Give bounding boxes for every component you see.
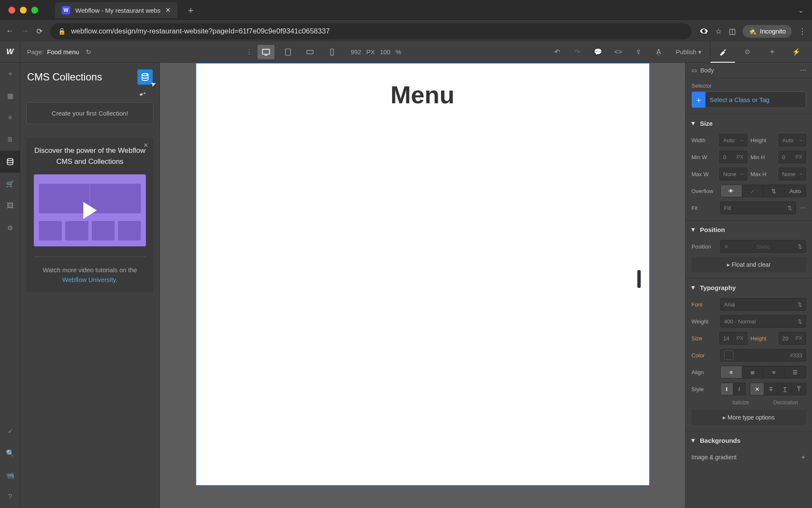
reload-button[interactable]: ⟳: [36, 27, 43, 36]
canvas-page[interactable]: Menu: [195, 63, 650, 486]
mobile-landscape-breakpoint[interactable]: [302, 45, 318, 59]
selector-input[interactable]: ＋ Select a Class or Tag: [691, 91, 806, 108]
back-button[interactable]: ←: [6, 27, 14, 36]
width-input[interactable]: Auto–: [719, 134, 747, 146]
pages-button[interactable]: ≡: [0, 107, 20, 129]
selector-plus-icon[interactable]: ＋: [692, 92, 705, 108]
minh-input[interactable]: 0PX: [779, 151, 807, 163]
promo-close-button[interactable]: ✕: [143, 142, 148, 149]
address-bar[interactable]: 🔒 webflow.com/design/my-restaurant-websi…: [50, 23, 691, 39]
incognito-eye-icon[interactable]: 👁️‍🗨️: [699, 27, 708, 36]
navigator-button[interactable]: ▦: [0, 85, 20, 107]
italic-on-icon[interactable]: I: [733, 383, 746, 395]
float-clear-toggle[interactable]: Float and clear: [691, 257, 806, 272]
align-right-icon[interactable]: ≡: [763, 366, 785, 378]
video-button[interactable]: 📹: [0, 464, 20, 486]
decoration-none-icon[interactable]: ✕: [750, 383, 764, 395]
comments-button[interactable]: 💬: [590, 44, 606, 61]
settings-rail-button[interactable]: ⚙: [0, 217, 20, 239]
new-tab-button[interactable]: ＋: [183, 4, 199, 17]
publish-button[interactable]: Publish ▾: [671, 48, 707, 56]
fit-select[interactable]: Fill⇅: [720, 202, 796, 214]
page-selector[interactable]: Page: Food menu ↻: [20, 48, 98, 56]
minimize-window-button[interactable]: [20, 7, 27, 14]
browser-tab[interactable]: W Webflow - My restaurant webs ✕: [55, 2, 178, 18]
minw-input[interactable]: 0PX: [719, 151, 747, 163]
effects-panel-tab[interactable]: ⚡: [784, 41, 809, 63]
bg-add-button[interactable]: ＋: [800, 453, 806, 461]
fontsize-input[interactable]: 14PX: [719, 332, 747, 345]
breadcrumb-more-icon[interactable]: ⋯: [800, 67, 806, 74]
italic-off-icon[interactable]: I: [721, 383, 733, 395]
size-header[interactable]: Size: [686, 114, 812, 132]
maxw-input[interactable]: None–: [719, 168, 747, 180]
close-window-button[interactable]: [8, 7, 15, 14]
align-justify-icon[interactable]: ☰: [785, 366, 806, 378]
align-center-icon[interactable]: ≣: [742, 366, 764, 378]
webflow-logo[interactable]: W: [0, 41, 20, 63]
align-segmented[interactable]: ≡ ≣ ≡ ☰: [720, 366, 806, 378]
export-button[interactable]: ⇪: [630, 44, 647, 61]
overflow-visible-icon[interactable]: 👁: [721, 185, 742, 197]
mobile-portrait-breakpoint[interactable]: [324, 45, 340, 59]
settings-panel-tab[interactable]: ⚙: [735, 41, 760, 63]
decoration-overline-icon[interactable]: T̅: [792, 383, 806, 395]
tab-overflow-icon[interactable]: ⌄: [798, 6, 804, 14]
ecommerce-button[interactable]: 🛒: [0, 173, 20, 195]
weight-select[interactable]: 400 - Normal⇅: [720, 315, 806, 328]
assets-button[interactable]: 🖼: [0, 195, 20, 217]
backgrounds-header[interactable]: Backgrounds: [686, 431, 812, 449]
color-input[interactable]: #333: [720, 349, 806, 362]
tablet-breakpoint[interactable]: [280, 45, 296, 59]
align-left-icon[interactable]: ≡: [721, 366, 742, 378]
interactions-panel-tab[interactable]: ✦: [760, 41, 784, 63]
fit-more-icon[interactable]: ⋯: [800, 204, 806, 211]
height-input[interactable]: Auto–: [779, 134, 807, 146]
bookmark-star-icon[interactable]: ☆: [715, 27, 722, 36]
overflow-scroll-icon[interactable]: ⇅: [763, 185, 785, 197]
incognito-badge[interactable]: 🕵️ Incognito: [743, 25, 792, 38]
canvas-width[interactable]: 992: [351, 48, 361, 55]
webflow-university-link[interactable]: Webflow University: [62, 276, 115, 283]
sync-icon[interactable]: ↻: [86, 48, 91, 56]
overflow-segmented[interactable]: 👁 ⟋ ⇅ Auto: [720, 185, 806, 197]
promo-video-thumbnail[interactable]: [34, 174, 146, 246]
canvas-zoom[interactable]: 100: [380, 48, 390, 55]
style-panel-tab[interactable]: [710, 41, 735, 63]
topbar-more-icon[interactable]: ⋮: [246, 48, 252, 56]
lineheight-input[interactable]: 20PX: [779, 332, 807, 345]
audit-button[interactable]: Ạ: [650, 44, 667, 61]
font-select[interactable]: Arial⇅: [720, 298, 806, 311]
cms-button[interactable]: [0, 151, 20, 173]
position-header[interactable]: Position: [686, 221, 812, 238]
typography-header[interactable]: Typography: [686, 279, 812, 296]
position-select[interactable]: ✕ Static⇅: [720, 240, 806, 253]
decoration-strike-icon[interactable]: T̶: [764, 383, 778, 395]
sidepanel-icon[interactable]: ◫: [729, 27, 736, 36]
redo-button[interactable]: ↷: [569, 44, 586, 61]
page-heading[interactable]: Menu: [196, 80, 649, 109]
overflow-hidden-icon[interactable]: ⟋: [742, 185, 764, 197]
italicize-segmented[interactable]: I I: [720, 383, 746, 395]
canvas-resize-handle[interactable]: [637, 270, 641, 288]
maxh-input[interactable]: None–: [779, 168, 807, 180]
tab-close-icon[interactable]: ✕: [165, 6, 171, 14]
maximize-window-button[interactable]: [31, 7, 38, 14]
desktop-breakpoint[interactable]: [258, 45, 274, 59]
forward-button[interactable]: →: [21, 27, 29, 36]
color-swatch[interactable]: [724, 351, 733, 360]
new-collection-button[interactable]: ➤: [137, 69, 153, 85]
decoration-segmented[interactable]: ✕ T̶ T T̅: [750, 383, 806, 395]
create-collection-hint[interactable]: Create your first Collection!: [26, 102, 154, 124]
design-canvas[interactable]: Menu: [160, 63, 685, 508]
selector-breadcrumb[interactable]: ▭ Body ⋯: [686, 63, 812, 78]
add-element-button[interactable]: ＋: [0, 63, 20, 85]
help-button[interactable]: ?: [0, 486, 20, 508]
code-button[interactable]: <>: [610, 44, 627, 61]
decoration-underline-icon[interactable]: T: [778, 383, 792, 395]
checkmark-button[interactable]: ✓: [0, 420, 20, 442]
undo-button[interactable]: ↶: [549, 44, 566, 61]
components-button[interactable]: 🗎: [0, 129, 20, 151]
browser-menu-icon[interactable]: ⋮: [798, 27, 806, 36]
search-button[interactable]: 🔍: [0, 442, 20, 464]
